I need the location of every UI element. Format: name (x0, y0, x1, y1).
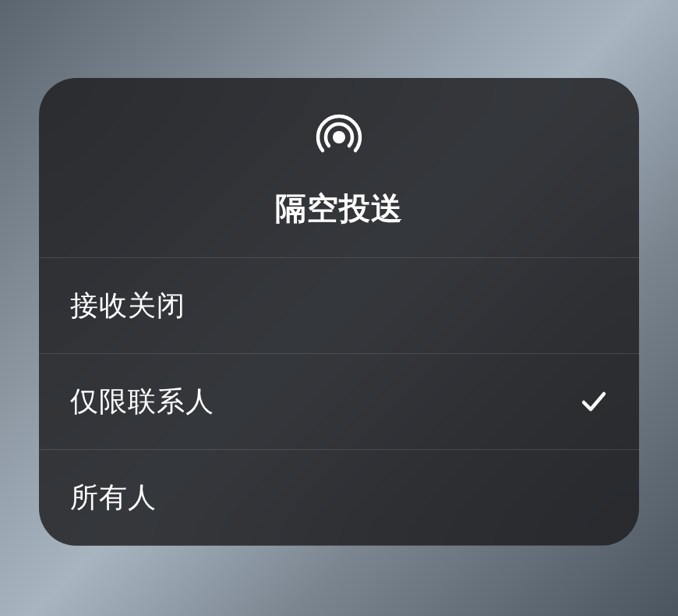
checkmark-icon (580, 388, 608, 416)
airdrop-settings-panel: 隔空投送 接收关闭 仅限联系人 所有人 (39, 78, 639, 546)
option-label: 接收关闭 (70, 287, 185, 325)
option-label: 仅限联系人 (70, 383, 214, 421)
options-list: 接收关闭 仅限联系人 所有人 (39, 258, 639, 546)
airdrop-icon (311, 109, 367, 165)
panel-header: 隔空投送 (39, 78, 639, 258)
option-everyone[interactable]: 所有人 (39, 450, 639, 546)
option-receiving-off[interactable]: 接收关闭 (39, 258, 639, 354)
panel-title: 隔空投送 (275, 187, 403, 230)
svg-point-0 (333, 131, 345, 143)
option-contacts-only[interactable]: 仅限联系人 (39, 354, 639, 450)
option-label: 所有人 (70, 479, 157, 517)
